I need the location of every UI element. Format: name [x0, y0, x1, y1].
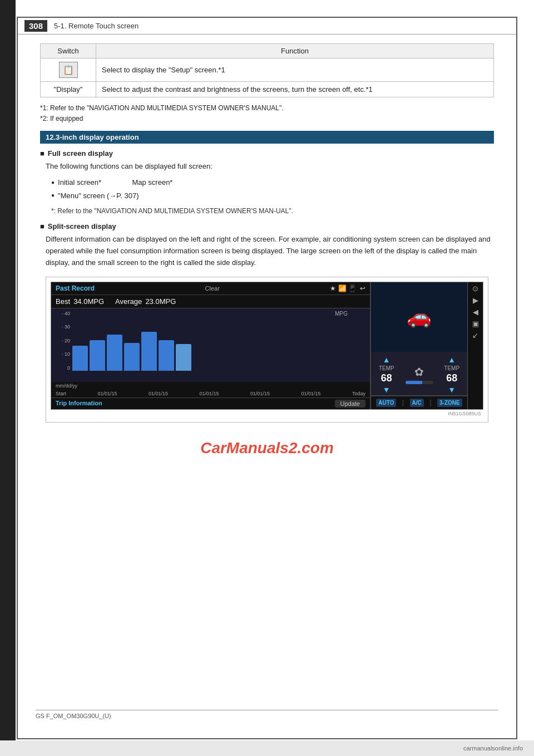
bar-3 [107, 335, 122, 371]
x-date-3: 01/01/15 [199, 391, 219, 396]
bullet-initial-screen: Initial screen* [58, 176, 101, 189]
main-content: Switch Function 📋 Select to display the … [18, 35, 516, 474]
table-header-switch: Switch [41, 44, 96, 58]
ac-button[interactable]: A/C [410, 399, 424, 407]
page-header: 308 5-1. Remote Touch screen [18, 18, 516, 35]
page-number: 308 [24, 20, 47, 32]
screen-id-label: IN51GS085US [51, 410, 483, 418]
clear-button[interactable]: Clear [205, 285, 220, 292]
footnote-1: *1: Refer to the "NAVIGATION AND MULTIME… [40, 103, 494, 114]
page-footer: GS F_OM_OM30G90U_(U) [36, 710, 498, 719]
temp-label-left: TEMP [379, 365, 394, 371]
image-icon[interactable]: ▣ [472, 320, 479, 328]
lp-footer: Trip Information Update [51, 397, 370, 409]
header-icons: ★ 📶 📱 ↩ [330, 284, 365, 292]
table-row: 📋 Select to display the "Setup" screen.*… [41, 58, 494, 82]
left-panel-fuel-economy: Past Record Clear ★ 📶 📱 ↩ Best 34.0MPG [51, 282, 370, 409]
avg-stat: Average 23.0MPG [115, 297, 176, 306]
fan-icon[interactable]: ✿ [414, 365, 424, 379]
auto-button[interactable]: AUTO [376, 399, 396, 407]
x-axis-dates: mm/dd/yy [51, 382, 370, 390]
function-text-cell-2: Select to adjust the contrast and bright… [96, 82, 494, 97]
lp-header: Past Record Clear ★ 📶 📱 ↩ [51, 282, 370, 295]
split-screen-body: Different information can be displayed o… [46, 234, 494, 268]
display-label: "Display" [54, 85, 83, 94]
zone-button[interactable]: 3-ZONE [437, 399, 462, 407]
bar-6 [159, 340, 174, 371]
screen-ui: Past Record Clear ★ 📶 📱 ↩ Best 34.0MPG [51, 282, 483, 410]
ac-background-image: 🚗 [371, 282, 467, 352]
update-btn[interactable]: Update [335, 400, 365, 408]
trip-info-btn[interactable]: Trip Information [56, 400, 102, 408]
subsection-full-screen-label: Full screen display [48, 149, 113, 158]
temp-label-right: TEMP [444, 365, 459, 371]
setup-icon: 📋 [59, 62, 78, 78]
footer-text: GS F_OM_OM30G90U_(U) [36, 713, 111, 719]
avg-value: 23.0MPG [145, 297, 176, 306]
next-icon[interactable]: ▶ [473, 296, 478, 305]
bottom-watermark-bar: carmanualsonline.info [0, 740, 534, 756]
x-date-5: 01/01/15 [301, 391, 320, 396]
switch-function-table: Switch Function 📋 Select to display the … [40, 43, 494, 97]
arrow-icon[interactable]: ↙ [472, 331, 478, 340]
power-icon[interactable]: ⊙ [472, 284, 478, 293]
watermark-text: CarManuals2.com [200, 439, 334, 456]
ac-right-temp: ▲ TEMP 68 ▼ [444, 355, 459, 394]
y-label-20: · 20 [56, 338, 70, 343]
function-description-1: Select to display the "Setup" screen.*1 [102, 66, 225, 74]
x-axis-row: Start 01/01/15 01/01/15 01/01/15 01/01/1… [51, 390, 370, 397]
subsection-split-screen: Split-screen display [40, 222, 494, 230]
table-header-function: Function [96, 44, 494, 58]
past-record-title: Past Record [56, 284, 95, 292]
left-temp-up[interactable]: ▲ [383, 355, 390, 364]
left-temp-down[interactable]: ▼ [383, 385, 390, 394]
y-label-30: · 30 [56, 324, 70, 330]
date-format: mm/dd/yy [56, 383, 77, 389]
separator-2: | [429, 399, 431, 406]
lp-stats-row: Best 34.0MPG Average 23.0MPG [51, 295, 370, 308]
bullet-row-1: Initial screen* Map screen* [51, 176, 494, 189]
y-label-40: · 40 [56, 311, 70, 316]
avg-label: Average [115, 297, 142, 306]
bottom-watermark-text: carmanualsonline.info [463, 745, 523, 752]
right-panel-ac: 🚗 ▲ TEMP 68 ▼ ✿ [370, 282, 467, 409]
ac-bottom-controls: AUTO | A/C | 3-ZONE [371, 396, 467, 409]
y-label-10: · 10 [56, 351, 70, 357]
subsection-split-screen-label: Split-screen display [48, 222, 116, 230]
table-footnotes: *1: Refer to the "NAVIGATION AND MULTIME… [40, 103, 494, 124]
full-screen-subnote: *: Refer to the "NAVIGATION AND MULTIMED… [51, 205, 494, 217]
best-value: 34.0MPG [73, 297, 104, 306]
back-icon[interactable]: ↩ [360, 284, 365, 292]
y-label-0: 0 [56, 365, 70, 371]
right-temp-value: 68 [446, 372, 457, 384]
best-stat: Best 34.0MPG [56, 297, 104, 306]
left-margin [0, 0, 16, 756]
carmanuals-watermark: CarManuals2.com [40, 439, 494, 457]
bar-1 [72, 346, 88, 371]
screenshot-container: Past Record Clear ★ 📶 📱 ↩ Best 34.0MPG [46, 277, 488, 423]
x-date-4: 01/01/15 [250, 391, 270, 396]
x-date-1: 01/01/15 [97, 391, 117, 396]
chart-area: · 40 · 30 · 20 · 10 0 [51, 308, 370, 382]
table-row: "Display" Select to adjust the contrast … [41, 82, 494, 97]
separator-1: | [402, 399, 404, 406]
bar-7 [176, 344, 191, 371]
mpg-label: MPG [335, 311, 348, 317]
bluetooth-icon: ★ 📶 📱 [330, 284, 357, 292]
right-temp-up[interactable]: ▲ [448, 355, 456, 364]
ac-left-temp: ▲ TEMP 68 ▼ [379, 355, 394, 394]
back-icon-strip[interactable]: ◀ [473, 308, 478, 316]
y-axis: · 40 · 30 · 20 · 10 0 [56, 311, 72, 382]
fan-speed-fill [406, 381, 422, 384]
bar-5 [141, 332, 157, 371]
function-text-cell: Select to display the "Setup" screen.*1 [96, 58, 494, 82]
full-screen-bullets: Initial screen* Map screen* "Menu" scree… [51, 176, 494, 202]
section-header: 12.3-inch display operation [40, 131, 494, 144]
page-border: 308 5-1. Remote Touch screen Switch Func… [17, 17, 517, 739]
mpg-text: MPG [335, 311, 348, 317]
x-start-label: Start [56, 391, 66, 396]
right-temp-down[interactable]: ▼ [448, 385, 456, 394]
footnote-2: *2: If equipped [40, 114, 494, 124]
function-description-2: Select to adjust the contrast and bright… [102, 85, 373, 94]
page-title: 5-1. Remote Touch screen [54, 22, 139, 30]
